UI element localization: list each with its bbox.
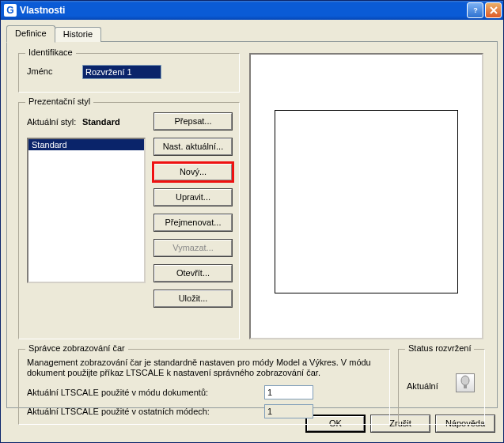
input-ltscale-other (264, 404, 313, 418)
close-icon (490, 6, 498, 14)
label-current-style: Aktuální styl: (27, 117, 76, 127)
dialog-window: G Vlastnosti ? Definice Historie Identif… (0, 0, 504, 443)
title-bar: G Vlastnosti ? (1, 1, 503, 20)
group-spravce-car: Správce zobrazování čar Management zobra… (18, 349, 390, 425)
help-titlebar-button[interactable]: ? (467, 2, 483, 18)
preview-pane (249, 53, 483, 339)
label-status-current: Aktuální (407, 381, 438, 391)
svg-rect-2 (464, 385, 467, 388)
btn-novy[interactable]: Nový... (153, 163, 233, 181)
btn-upravit[interactable]: Upravit... (153, 188, 233, 206)
tab-definice[interactable]: Definice (6, 25, 55, 43)
group-title-status: Status rozvržení (405, 343, 474, 353)
group-status: Status rozvržení Aktuální (398, 349, 485, 425)
group-title-linemgr: Správce zobrazování čar (25, 343, 128, 353)
group-title-prezentacni: Prezentační styl (25, 97, 93, 106)
group-identifikace: Identifikace Jménc (18, 53, 240, 93)
question-icon: ? (472, 6, 479, 14)
preview-box (275, 110, 458, 293)
btn-ulozit[interactable]: Uložit... (153, 290, 233, 308)
window-title: Vlastnosti (20, 5, 465, 16)
tab-historie[interactable]: Historie (55, 27, 101, 42)
svg-point-1 (461, 376, 469, 385)
tab-panel: Identifikace Jménc Prezentační styl Aktu… (6, 41, 498, 408)
input-name[interactable] (82, 65, 161, 79)
input-ltscale-doc[interactable] (264, 385, 313, 399)
value-current-style: Standard (82, 117, 120, 127)
tab-strip: Definice Historie (6, 25, 100, 42)
label-ltscale-other: Aktuální LTSCALE použité v ostatních mód… (27, 407, 210, 416)
btn-prejmenovat[interactable]: Přejmenovat... (153, 214, 233, 232)
btn-otevrit[interactable]: Otevřít... (153, 264, 233, 282)
listbox-styles[interactable]: Standard (27, 138, 146, 283)
app-icon: G (4, 4, 17, 17)
btn-nast-aktualni[interactable]: Nast. aktuální... (153, 138, 233, 156)
svg-text:?: ? (473, 6, 478, 14)
btn-vymazat: Vymazat... (153, 239, 233, 257)
btn-prepsat[interactable]: Přepsat... (153, 112, 233, 131)
bulb-icon (456, 373, 475, 392)
group-prezentacni-styl: Prezentační styl Aktuální styl: Standard… (18, 102, 240, 339)
label-name: Jménc (27, 66, 52, 76)
close-titlebar-button[interactable] (485, 2, 502, 18)
client-area: Definice Historie Identifikace Jménc Pre… (1, 20, 503, 442)
group-title-identifikace: Identifikace (25, 47, 76, 57)
label-ltscale-doc: Aktuální LTSCALE použité v módu dokument… (27, 388, 208, 397)
list-item-standard[interactable]: Standard (28, 139, 144, 150)
text-linemgr-desc: Management zobrazování čar je standardně… (27, 358, 381, 378)
